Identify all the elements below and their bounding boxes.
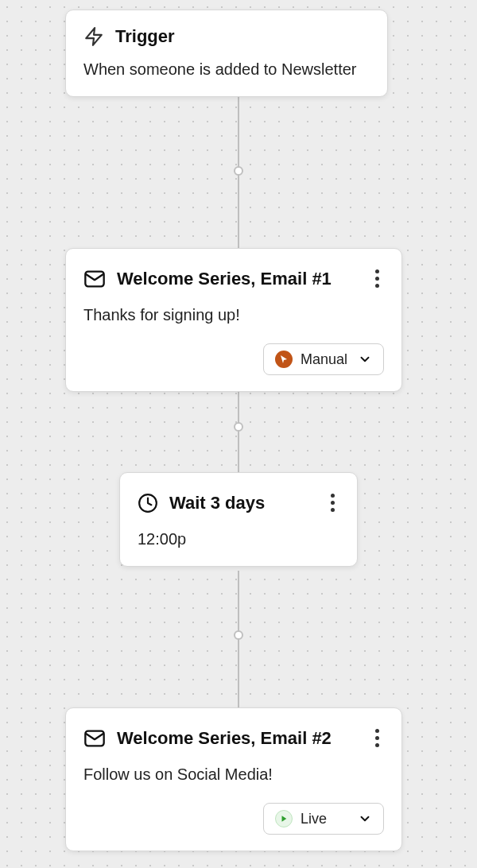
connector-line: [238, 571, 239, 714]
email-subject: Follow us on Social Media!: [83, 763, 384, 785]
chevron-down-icon: [358, 352, 372, 366]
trigger-description: When someone is added to Newsletter: [83, 58, 370, 80]
email-step-card[interactable]: Welcome Series, Email #1 Thanks for sign…: [65, 248, 402, 392]
svg-marker-4: [282, 816, 287, 822]
play-icon: [275, 810, 293, 827]
email-step-card[interactable]: Welcome Series, Email #2 Follow us on So…: [65, 707, 402, 851]
wait-step-card[interactable]: Wait 3 days 12:00p: [119, 472, 358, 567]
email-subject: Thanks for signing up!: [83, 304, 384, 326]
cursor-icon: [275, 351, 293, 368]
svg-marker-0: [86, 28, 102, 45]
connector-add-dot[interactable]: [234, 166, 243, 176]
more-menu-button[interactable]: [370, 724, 384, 752]
wait-title: Wait 3 days: [169, 493, 315, 513]
trigger-title: Trigger: [115, 26, 370, 47]
more-menu-button[interactable]: [370, 265, 384, 293]
wait-time: 12:00p: [138, 528, 339, 550]
email-title: Welcome Series, Email #2: [117, 728, 359, 749]
automation-canvas[interactable]: Trigger When someone is added to Newslet…: [0, 0, 477, 868]
status-label: Live: [301, 811, 350, 827]
envelope-icon: [83, 268, 106, 290]
status-label: Manual: [301, 351, 350, 368]
connector-add-dot[interactable]: [234, 422, 243, 432]
status-dropdown[interactable]: Live: [263, 803, 384, 835]
trigger-card[interactable]: Trigger When someone is added to Newslet…: [65, 10, 388, 97]
more-menu-button[interactable]: [326, 489, 339, 517]
email-title: Welcome Series, Email #1: [117, 269, 359, 289]
lightning-icon: [83, 26, 104, 47]
connector-add-dot[interactable]: [234, 630, 243, 640]
clock-icon: [138, 493, 158, 513]
envelope-icon: [83, 727, 106, 750]
chevron-down-icon: [358, 812, 372, 826]
status-dropdown[interactable]: Manual: [263, 343, 384, 375]
connector-line: [238, 97, 239, 254]
